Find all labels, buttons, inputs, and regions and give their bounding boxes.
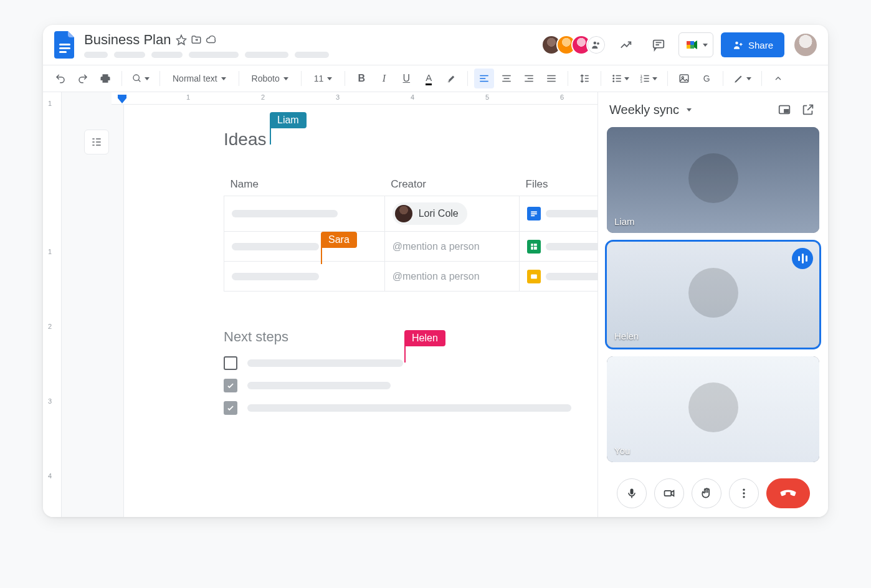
ideas-table[interactable]: Name Creator Files Lori Cole xyxy=(224,173,597,292)
ruler-mark: 1 xyxy=(186,93,190,101)
underline-button[interactable]: U xyxy=(396,69,416,88)
svg-rect-0 xyxy=(59,44,70,45)
table-row[interactable]: @mention a person xyxy=(224,262,598,292)
file-chip[interactable] xyxy=(527,207,597,220)
table-row[interactable]: Lori Cole xyxy=(224,196,598,232)
show-outline-button[interactable] xyxy=(84,130,109,154)
meet-title[interactable]: Weekly sync xyxy=(609,103,679,117)
collapse-toolbar-button[interactable] xyxy=(768,69,788,88)
heading-next-steps[interactable]: Next steps xyxy=(224,329,573,345)
bold-button[interactable]: B xyxy=(351,69,371,88)
popout-button[interactable] xyxy=(799,101,817,118)
placeholder-text xyxy=(232,273,319,280)
app-window: Business Plan xyxy=(43,25,828,517)
undo-icon xyxy=(55,73,66,84)
meet-controls xyxy=(598,470,828,517)
paragraph-style-dropdown[interactable]: Normal text xyxy=(166,74,232,83)
heading-ideas[interactable]: Ideas xyxy=(224,130,267,149)
share-button[interactable]: Share xyxy=(721,32,784,57)
line-spacing-button[interactable] xyxy=(574,69,594,88)
insert-link-button[interactable]: G xyxy=(697,69,716,88)
caret-down-icon xyxy=(327,77,332,80)
svg-point-8 xyxy=(613,75,615,77)
redo-button[interactable] xyxy=(73,69,93,88)
font-size-dropdown[interactable]: 11 xyxy=(308,74,339,83)
highlight-button[interactable] xyxy=(441,69,461,88)
checklist-item[interactable] xyxy=(224,401,573,415)
undo-button[interactable] xyxy=(50,69,70,88)
table-row[interactable]: Sara @mention a person xyxy=(224,232,598,262)
collaborator-avatars[interactable] xyxy=(546,35,606,55)
svg-point-4 xyxy=(597,42,599,45)
hangup-button[interactable] xyxy=(766,478,810,508)
title-block: Business Plan xyxy=(84,32,329,58)
checklist-item[interactable]: Helen xyxy=(224,356,573,370)
checklist[interactable]: Helen xyxy=(224,356,573,415)
checkbox-checked[interactable] xyxy=(224,379,237,392)
participant-name: Liam xyxy=(614,216,635,227)
video-tile[interactable]: You xyxy=(607,356,819,462)
caret-down-icon xyxy=(624,77,629,80)
svg-rect-5 xyxy=(654,40,664,48)
align-center-icon xyxy=(501,73,512,84)
numbered-list-button[interactable]: 123 xyxy=(635,69,661,88)
placeholder-text xyxy=(247,359,403,367)
caret-down-icon[interactable] xyxy=(687,108,692,111)
person-chip[interactable]: Lori Cole xyxy=(393,202,467,225)
cursor-label: Liam xyxy=(270,112,307,128)
version-history-button[interactable] xyxy=(614,32,639,57)
italic-button[interactable]: I xyxy=(374,69,394,88)
svg-point-6 xyxy=(735,42,738,45)
caret-down-icon xyxy=(746,77,751,80)
camera-button[interactable] xyxy=(654,478,684,508)
print-button[interactable] xyxy=(95,69,115,88)
hangup-icon xyxy=(780,485,796,501)
checkbox-checked[interactable] xyxy=(224,401,237,415)
svg-rect-18 xyxy=(531,215,535,216)
zoom-button[interactable] xyxy=(128,69,153,88)
pip-button[interactable] xyxy=(776,101,793,118)
account-avatar[interactable] xyxy=(794,34,817,56)
editing-mode-button[interactable] xyxy=(730,69,755,88)
col-files: Files xyxy=(520,173,598,196)
mention-placeholder[interactable]: @mention a person xyxy=(393,241,480,252)
align-right-button[interactable] xyxy=(519,69,539,88)
cloud-status-icon[interactable] xyxy=(206,34,217,45)
file-chip[interactable] xyxy=(527,270,597,283)
svg-rect-2 xyxy=(59,51,67,53)
align-justify-button[interactable] xyxy=(541,69,561,88)
checklist-item[interactable] xyxy=(224,379,573,392)
bullet-list-button[interactable] xyxy=(607,69,633,88)
ruler-mark: 3 xyxy=(336,93,340,101)
camera-icon xyxy=(663,487,675,500)
comments-button[interactable] xyxy=(646,32,671,57)
checkbox-unchecked[interactable] xyxy=(224,356,237,370)
video-tile[interactable]: Liam xyxy=(607,127,819,233)
cursor-label: Helen xyxy=(404,330,445,346)
document-title[interactable]: Business Plan xyxy=(84,32,171,48)
align-left-button[interactable] xyxy=(474,69,494,88)
move-folder-icon[interactable] xyxy=(191,34,202,45)
svg-text:3: 3 xyxy=(640,80,643,83)
insert-image-button[interactable] xyxy=(674,69,694,88)
text-color-button[interactable]: A xyxy=(419,69,439,88)
document-page[interactable]: Ideas Liam Name Creator Files xyxy=(124,105,597,517)
vertical-ruler: 1 1 2 3 4 xyxy=(43,92,62,517)
svg-rect-21 xyxy=(531,247,533,250)
font-dropdown[interactable]: Roboto xyxy=(245,74,295,83)
caret-down-icon xyxy=(145,77,150,80)
more-options-button[interactable] xyxy=(729,478,759,508)
file-chip[interactable] xyxy=(527,240,597,254)
meet-dropdown-button[interactable] xyxy=(678,32,713,57)
menu-bar[interactable] xyxy=(84,52,329,58)
raise-hand-button[interactable] xyxy=(692,478,721,508)
mention-placeholder[interactable]: @mention a person xyxy=(393,271,480,282)
mute-button[interactable] xyxy=(617,478,647,508)
col-creator: Creator xyxy=(384,173,519,196)
video-tile[interactable]: Helen xyxy=(607,242,819,348)
align-center-button[interactable] xyxy=(497,69,516,88)
align-justify-icon xyxy=(546,73,557,84)
indent-marker-icon[interactable] xyxy=(118,95,126,103)
star-icon[interactable] xyxy=(176,34,187,45)
more-collaborators[interactable] xyxy=(586,35,606,55)
